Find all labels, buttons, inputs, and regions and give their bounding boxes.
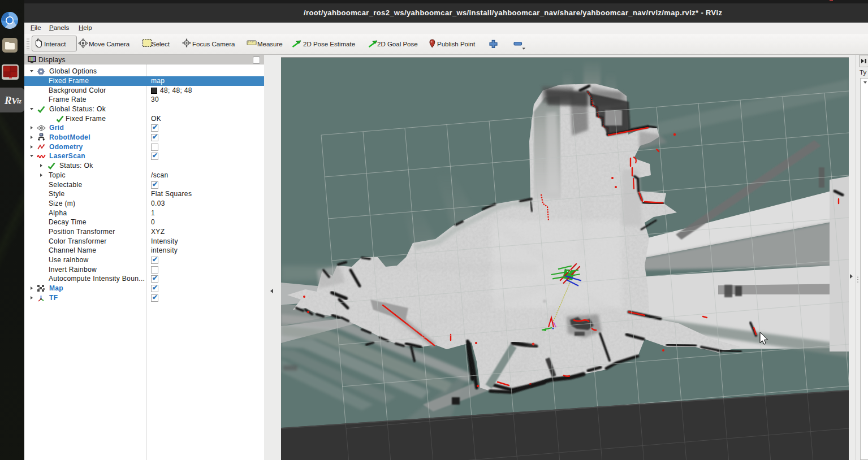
svg-text:R: R bbox=[4, 94, 12, 106]
svg-text:iz: iz bbox=[17, 97, 21, 105]
